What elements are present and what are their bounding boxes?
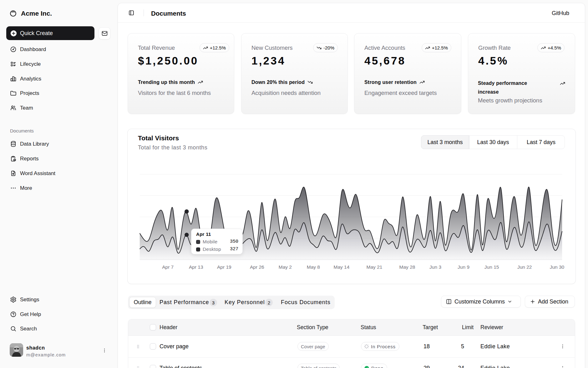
svg-text:May 21: May 21 [367, 264, 383, 270]
svg-text:Jun 22: Jun 22 [517, 264, 532, 270]
svg-text:May 2: May 2 [279, 264, 292, 270]
svg-text:Apr 26: Apr 26 [250, 264, 264, 270]
svg-text:May 14: May 14 [334, 264, 350, 270]
svg-text:Apr 7: Apr 7 [162, 264, 174, 270]
svg-text:Jun 9: Jun 9 [458, 264, 469, 270]
svg-text:Jun 30: Jun 30 [550, 264, 565, 270]
svg-text:Apr 19: Apr 19 [217, 264, 231, 270]
svg-text:May 28: May 28 [399, 264, 415, 270]
svg-text:Jun 15: Jun 15 [484, 264, 499, 270]
svg-text:Apr 13: Apr 13 [189, 264, 203, 270]
svg-text:May 8: May 8 [307, 264, 320, 270]
svg-text:Jun 3: Jun 3 [429, 264, 441, 270]
